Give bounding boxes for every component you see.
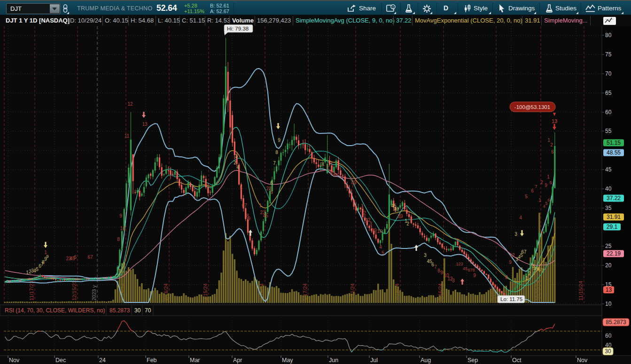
svg-text:9: 9 <box>440 270 443 275</box>
svg-text:3: 3 <box>424 253 427 258</box>
svg-text:45: 45 <box>605 166 612 173</box>
svg-text:!: ! <box>392 5 394 9</box>
svg-text:Sep: Sep <box>467 357 478 364</box>
svg-text:10: 10 <box>377 229 382 234</box>
svg-text:5: 5 <box>382 250 384 256</box>
svg-text:67: 67 <box>521 249 527 255</box>
svg-text:13: 13 <box>142 122 148 127</box>
svg-text:9: 9 <box>119 213 122 218</box>
svg-text:678: 678 <box>467 268 475 272</box>
svg-text:7: 7 <box>351 183 354 188</box>
svg-text:1: 1 <box>361 203 364 209</box>
svg-text:Aug: Aug <box>421 357 431 364</box>
svg-text:3: 3 <box>452 278 455 283</box>
svg-text:3: 3 <box>369 221 372 226</box>
svg-text:Jun: Jun <box>329 357 338 364</box>
svg-text:May: May <box>282 357 293 364</box>
svg-text:89: 89 <box>371 228 377 233</box>
svg-text:1: 1 <box>259 203 262 208</box>
svg-text:10: 10 <box>120 226 125 231</box>
svg-text:67: 67 <box>87 255 93 260</box>
svg-text:6: 6 <box>74 255 77 260</box>
svg-text:31.91: 31.91 <box>607 214 621 220</box>
svg-text:45: 45 <box>263 213 268 218</box>
svg-text:Nov: Nov <box>577 357 588 364</box>
svg-text:9: 9 <box>509 260 512 265</box>
svg-text:12/15/23: 12/15/23 <box>71 280 77 301</box>
svg-text:55: 55 <box>605 128 612 134</box>
svg-text:Mar: Mar <box>190 357 200 364</box>
svg-text:24: 24 <box>99 357 106 364</box>
svg-text:7: 7 <box>434 264 437 270</box>
svg-text:45: 45 <box>463 266 467 271</box>
svg-text:4: 4 <box>236 165 239 170</box>
svg-text:Jul: Jul <box>370 357 378 364</box>
svg-text:9: 9 <box>248 216 250 221</box>
svg-text:60: 60 <box>605 109 612 116</box>
svg-text:-100@53.1301: -100@53.1301 <box>514 104 550 110</box>
svg-text:6: 6 <box>538 267 541 272</box>
svg-text:Lo: 11.75: Lo: 11.75 <box>500 296 522 302</box>
svg-text:9: 9 <box>545 183 547 188</box>
svg-text:30: 30 <box>605 348 611 355</box>
svg-text:9: 9 <box>278 138 280 143</box>
svg-text:2: 2 <box>550 142 553 147</box>
svg-text:5: 5 <box>270 190 273 195</box>
svg-text:6: 6 <box>547 198 550 202</box>
svg-text:11/17/23: 11/17/23 <box>29 281 34 301</box>
svg-text:6: 6 <box>551 149 554 155</box>
svg-text:48.55: 48.55 <box>607 149 621 156</box>
svg-text:11/15/24: 11/15/24 <box>578 281 584 301</box>
svg-text:20: 20 <box>605 262 612 269</box>
svg-text:RSI (14, 70, 30, CLOSE, WILDER: RSI (14, 70, 30, CLOSE, WILDERS, no) <box>5 307 105 314</box>
svg-text:67: 67 <box>241 203 247 208</box>
svg-text:123: 123 <box>456 262 463 266</box>
svg-text:2: 2 <box>528 271 531 276</box>
svg-text:3: 3 <box>235 154 238 159</box>
svg-text:6: 6 <box>531 188 534 194</box>
svg-text:5: 5 <box>240 186 242 191</box>
svg-text:85.2873: 85.2873 <box>109 307 130 314</box>
svg-text:11: 11 <box>320 162 325 167</box>
svg-text:Apr: Apr <box>233 357 242 364</box>
svg-text:8: 8 <box>505 275 508 280</box>
svg-text:60: 60 <box>605 333 612 339</box>
svg-text:1: 1 <box>525 276 528 281</box>
svg-text:25: 25 <box>605 243 612 249</box>
svg-text:2: 2 <box>540 180 543 185</box>
svg-text:65: 65 <box>605 90 612 96</box>
svg-text:2023 y: 2023 y <box>91 285 97 301</box>
svg-text:3: 3 <box>514 232 517 237</box>
svg-text:1: 1 <box>538 198 541 203</box>
svg-text:Feb: Feb <box>147 357 157 364</box>
svg-text:5: 5 <box>549 180 552 185</box>
svg-text:6: 6 <box>270 180 273 186</box>
svg-text:8: 8 <box>275 150 278 155</box>
svg-text:70: 70 <box>145 307 151 314</box>
svg-text:30: 30 <box>134 307 141 314</box>
svg-text:13: 13 <box>552 118 557 124</box>
svg-text:9: 9 <box>46 254 48 259</box>
svg-text:8: 8 <box>117 237 120 242</box>
svg-text:11: 11 <box>125 133 130 139</box>
svg-text:2: 2 <box>406 221 409 226</box>
svg-text:35: 35 <box>605 205 612 211</box>
svg-text:4: 4 <box>519 215 522 220</box>
svg-text:Dec: Dec <box>55 357 66 364</box>
svg-text:9: 9 <box>473 273 476 278</box>
svg-text:51.15: 51.15 <box>607 139 621 146</box>
svg-text:40: 40 <box>605 186 612 192</box>
svg-text:80: 80 <box>605 32 612 39</box>
svg-text:67: 67 <box>394 207 399 212</box>
svg-text:37.22: 37.22 <box>607 195 621 201</box>
svg-text:89: 89 <box>397 214 403 219</box>
svg-text:12: 12 <box>127 101 133 107</box>
svg-text:7: 7 <box>535 184 537 189</box>
svg-text:7: 7 <box>541 268 544 273</box>
svg-text:1: 1 <box>547 174 550 179</box>
svg-text:Hi: 79.38: Hi: 79.38 <box>227 26 249 31</box>
svg-text:29.1: 29.1 <box>607 224 618 230</box>
svg-text:75: 75 <box>605 51 612 58</box>
svg-text:5: 5 <box>525 194 528 199</box>
svg-text:13: 13 <box>606 287 612 293</box>
